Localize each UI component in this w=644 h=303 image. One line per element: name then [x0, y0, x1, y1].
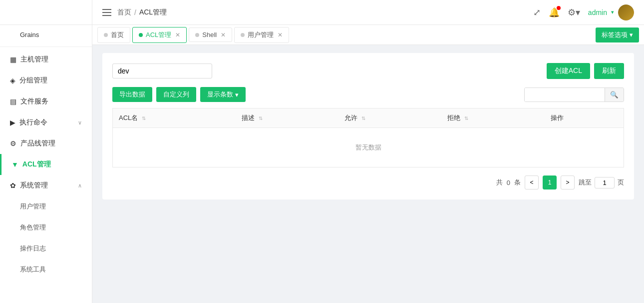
total-suffix: 条 — [514, 178, 521, 187]
jump-suffix: 页 — [618, 178, 624, 187]
tab-dot — [139, 33, 143, 37]
table-search-button[interactable]: 🔍 — [605, 88, 624, 102]
create-acl-button[interactable]: 创建ACL — [547, 63, 590, 79]
chevron-down-icon: ∨ — [78, 120, 82, 126]
col-allow: 允许 ⇅ — [338, 108, 441, 128]
sidebar-item-label: 系统工具 — [20, 265, 46, 274]
tab-close-icon[interactable]: ✕ — [175, 32, 180, 38]
sidebar-item-host-mgmt[interactable]: ▦ 主机管理 — [0, 49, 92, 70]
tab-label: ACL管理 — [146, 30, 171, 40]
sidebar-item-exec-cmd[interactable]: ▶ 执行命令 ∨ — [0, 112, 92, 133]
sidebar-item-sys-tools[interactable]: 系统工具 — [0, 259, 92, 280]
file-icon: ▤ — [10, 98, 16, 106]
tabs-bar: 首页 ACL管理 ✕ Shell ✕ 用户管理 ✕ 标签选项 ▾ — [92, 25, 644, 45]
next-icon: > — [566, 179, 569, 186]
sidebar-item-acl-mgmt[interactable]: ▼ ACL管理 — [0, 154, 92, 175]
tab-dot — [241, 33, 245, 37]
sidebar-item-role-mgmt[interactable]: 角色管理 — [0, 217, 92, 238]
breadcrumb-sep: / — [134, 8, 136, 16]
show-rows-dropdown-icon: ▾ — [235, 91, 239, 98]
tags-options-button[interactable]: 标签选项 ▾ — [596, 28, 639, 42]
tab-close-icon[interactable]: ✕ — [278, 32, 283, 38]
tab-label: 首页 — [111, 30, 124, 40]
table-body: 暂无数据 — [113, 128, 624, 168]
sidebar-item-user-mgmt[interactable]: 用户管理 — [0, 196, 92, 217]
col-actions: 操作 — [545, 108, 624, 128]
page-1-button[interactable]: 1 — [543, 176, 557, 190]
total-count: 0 — [507, 179, 510, 186]
sort-icon[interactable]: ⇅ — [142, 116, 146, 121]
sort-icon[interactable]: ⇅ — [361, 116, 365, 121]
sort-icon[interactable]: ⇅ — [259, 116, 263, 121]
sidebar-item-label: 文件服务 — [20, 97, 48, 106]
data-table: ACL名 ⇅ 描述 ⇅ 允许 ⇅ 拒绝 ⇅ — [112, 108, 624, 168]
empty-row: 暂无数据 — [113, 128, 624, 168]
tab-label: 用户管理 — [248, 30, 274, 40]
filter-row: 导出数据 自定义列 显示条数 ▾ 🔍 — [112, 87, 624, 102]
topbar-right: ⤢ 🔔 ⚙▾ admin ▾ — [533, 4, 634, 20]
product-icon: ⚙ — [10, 140, 16, 148]
expand-icon[interactable]: ⤢ — [533, 7, 541, 18]
export-label: 导出数据 — [119, 90, 145, 98]
topbar: 首页 / ACL管理 ⤢ 🔔 ⚙▾ admin ▾ — [92, 0, 644, 25]
sidebar-item-product-mgmt[interactable]: ⚙ 产品线管理 — [0, 133, 92, 154]
user-dropdown-icon: ▾ — [611, 9, 614, 16]
table-search-input[interactable] — [525, 88, 605, 102]
sidebar-item-file-svc[interactable]: ▤ 文件服务 — [0, 91, 92, 112]
group-icon: ◈ — [10, 76, 15, 84]
refresh-label: 刷新 — [602, 66, 616, 74]
prev-page-button[interactable]: < — [525, 176, 539, 190]
jump-input[interactable] — [595, 177, 615, 188]
tab-close-icon[interactable]: ✕ — [221, 32, 226, 38]
table-search-box: 🔍 — [524, 88, 624, 102]
main-content: 首页 / ACL管理 ⤢ 🔔 ⚙▾ admin ▾ — [92, 0, 644, 303]
search-input[interactable] — [112, 64, 212, 78]
sidebar-item-label: 产品线管理 — [20, 139, 55, 148]
tags-dropdown-icon: ▾ — [630, 31, 633, 38]
sidebar-item-label: 操作日志 — [20, 244, 46, 253]
tab-shell[interactable]: Shell ✕ — [189, 28, 232, 42]
col-deny: 拒绝 ⇅ — [441, 108, 544, 128]
create-acl-label: 创建ACL — [555, 66, 582, 74]
username: admin — [588, 8, 607, 16]
sidebar-item-grains[interactable]: Grains — [0, 25, 92, 44]
content-card: 创建ACL 刷新 导出数据 自定义列 显示条数 — [102, 53, 634, 200]
settings-icon[interactable]: ⚙▾ — [568, 7, 580, 18]
exec-icon: ▶ — [10, 118, 15, 126]
chevron-up-icon: ∧ — [78, 182, 82, 189]
refresh-button[interactable]: 刷新 — [594, 63, 624, 79]
breadcrumb-current: ACL管理 — [139, 8, 167, 17]
tab-home[interactable]: 首页 — [97, 27, 130, 43]
host-icon: ▦ — [10, 56, 16, 64]
table-header: ACL名 ⇅ 描述 ⇅ 允许 ⇅ 拒绝 ⇅ — [113, 108, 624, 128]
menu-toggle-button[interactable] — [102, 9, 111, 16]
pagination-row: 共 0 条 < 1 > 跳至 页 — [112, 176, 624, 190]
export-data-button[interactable]: 导出数据 — [112, 87, 152, 102]
col-description: 描述 ⇅ — [236, 108, 338, 128]
next-page-button[interactable]: > — [561, 176, 575, 190]
sidebar-item-op-log[interactable]: 操作日志 — [0, 238, 92, 259]
total-prefix: 共 — [496, 178, 503, 187]
sidebar-item-label: 主机管理 — [20, 55, 48, 64]
show-rows-button[interactable]: 显示条数 ▾ — [200, 87, 246, 102]
notification-icon[interactable]: 🔔 — [549, 7, 560, 18]
sidebar-item-label: Grains — [20, 31, 39, 38]
user-info[interactable]: admin ▾ — [588, 4, 634, 20]
sort-icon[interactable]: ⇅ — [464, 116, 468, 121]
custom-cols-button[interactable]: 自定义列 — [156, 87, 196, 102]
sidebar-item-label: 分组管理 — [19, 76, 47, 85]
tab-dot — [195, 33, 199, 37]
tab-user-mgmt[interactable]: 用户管理 ✕ — [234, 27, 289, 43]
show-rows-label: 显示条数 — [207, 90, 233, 99]
sidebar-item-label: ACL管理 — [22, 160, 51, 169]
breadcrumb-home[interactable]: 首页 — [117, 8, 131, 17]
page-jump: 跳至 页 — [579, 177, 624, 188]
sidebar-item-group-mgmt[interactable]: ◈ 分组管理 — [0, 70, 92, 91]
prev-icon: < — [530, 179, 533, 186]
tab-dot — [104, 33, 108, 37]
sidebar-item-label: 系统管理 — [20, 181, 48, 190]
jump-prefix: 跳至 — [579, 178, 592, 187]
tab-label: Shell — [202, 31, 217, 38]
sidebar-item-system-mgmt[interactable]: ✿ 系统管理 ∧ — [0, 175, 92, 196]
tab-acl[interactable]: ACL管理 ✕ — [132, 27, 187, 43]
